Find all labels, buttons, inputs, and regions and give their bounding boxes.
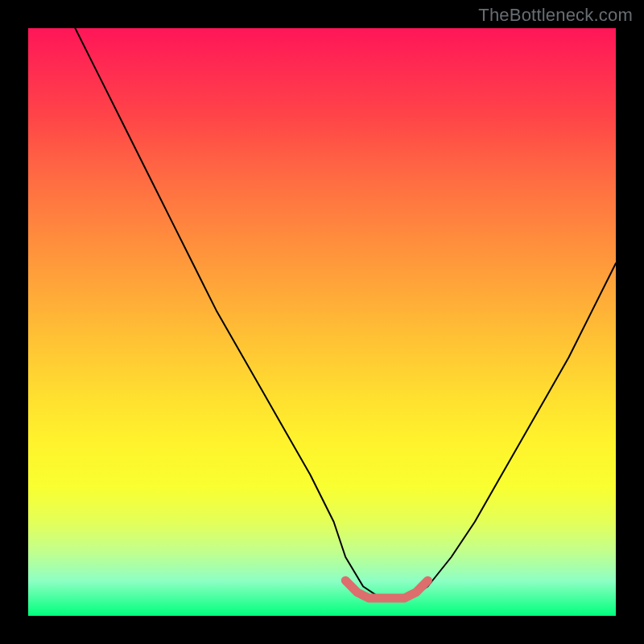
minimum-highlight	[345, 580, 427, 598]
watermark-text: TheBottleneck.com	[478, 5, 633, 26]
plot-area	[28, 28, 616, 616]
bottleneck-curve	[75, 28, 616, 598]
curve-layer	[28, 28, 616, 616]
